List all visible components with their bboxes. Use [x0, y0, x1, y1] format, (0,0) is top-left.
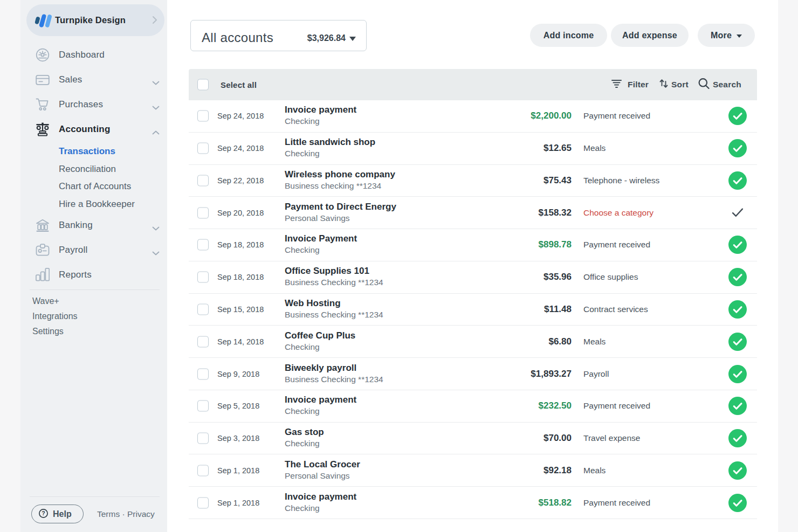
svg-text:?: ?: [42, 510, 45, 516]
